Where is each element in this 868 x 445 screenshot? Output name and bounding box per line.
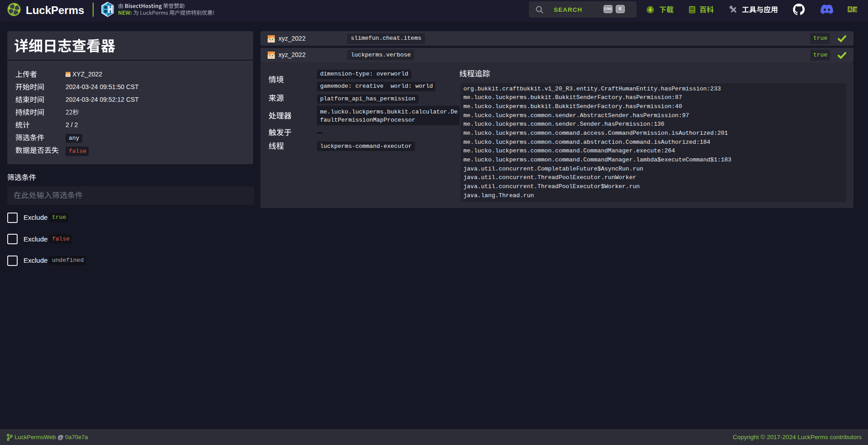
svg-text:A: A — [848, 7, 851, 12]
